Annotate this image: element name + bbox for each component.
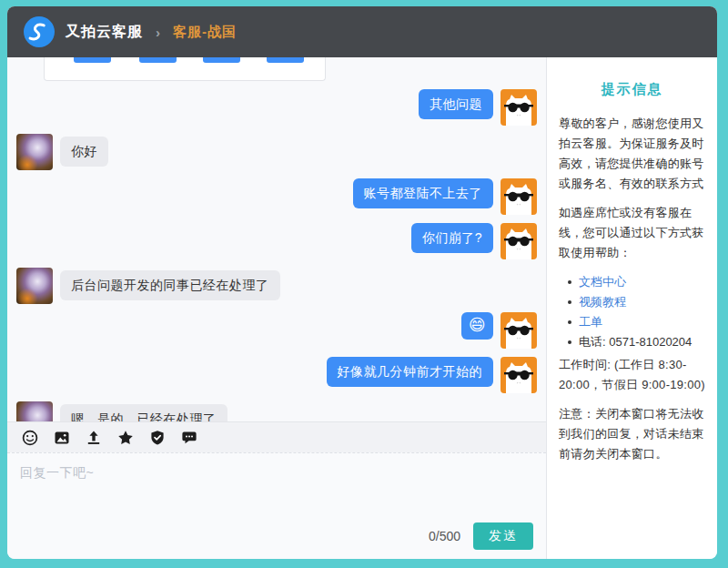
message-row: 其他问题 xyxy=(7,89,546,126)
help-list-item: 视频教程 xyxy=(566,292,705,312)
agent-name: 客服-战国 xyxy=(173,24,237,41)
quick-reply-card xyxy=(44,57,326,81)
agent-avatar xyxy=(16,268,53,304)
star-icon[interactable] xyxy=(116,428,136,448)
message-row: 嗯，是的，已经在处理了 xyxy=(7,401,546,421)
reply-input[interactable] xyxy=(7,453,546,521)
help-list-item: 文档中心 xyxy=(566,272,705,292)
composer: 0/500 发送 xyxy=(7,452,546,559)
phone-number: 电话: 0571-81020204 xyxy=(579,335,692,349)
emoji-icon[interactable] xyxy=(20,428,40,448)
agent-avatar xyxy=(16,134,53,170)
help-list-item: 工单 xyxy=(566,312,705,332)
message-bubble: 你好 xyxy=(60,137,108,167)
message-row: 好像就几分钟前才开始的 xyxy=(7,357,546,393)
message-row: 你们崩了? xyxy=(7,223,546,259)
message-bubble: 你们崩了? xyxy=(411,223,493,253)
char-counter: 0/500 xyxy=(429,529,460,543)
message-row: 你好 xyxy=(7,134,546,170)
message-row: 😄 xyxy=(7,312,546,349)
message-row: 账号都登陆不上去了 xyxy=(7,178,546,215)
quick-reply-button[interactable] xyxy=(203,57,240,63)
help-list-item: 电话: 0571-81020204 xyxy=(566,332,705,352)
message-bubble: 😄 xyxy=(461,312,493,340)
work-hours: 工作时间: (工作日 8:30-20:00，节假日 9:00-19:00) xyxy=(559,355,705,395)
send-button[interactable]: 发送 xyxy=(473,522,533,550)
image-icon[interactable] xyxy=(52,428,72,448)
comment-icon[interactable] xyxy=(179,428,199,448)
upyun-logo-icon xyxy=(24,16,55,47)
message-bubble: 后台问题开发的同事已经在处理了 xyxy=(60,270,280,300)
sidebar-note: 注意：关闭本窗口将无法收到我们的回复，对话未结束前请勿关闭本窗口。 xyxy=(559,404,705,464)
quick-reply-button[interactable] xyxy=(74,57,111,63)
help-links-list: 文档中心视频教程工单电话: 0571-81020204 xyxy=(566,272,705,352)
sidebar-title: 提示信息 xyxy=(559,77,705,101)
user-avatar xyxy=(500,89,537,126)
messages-container: 其他问题你好账号都登陆不上去了你们崩了?后台问题开发的同事已经在处理了😄好像就几… xyxy=(7,89,546,421)
message-bubble: 嗯，是的，已经在处理了 xyxy=(60,404,228,421)
help-link[interactable]: 工单 xyxy=(579,315,602,329)
chevron-right-icon: › xyxy=(156,25,160,40)
sidebar-paragraph: 如遇座席忙或没有客服在线，您可以通过以下方式获取使用帮助： xyxy=(559,203,705,263)
chat-window: 又拍云客服 › 客服-战国 其他问题你好账号都登陆不上去了你们崩了?后台问题开发… xyxy=(7,6,717,559)
user-avatar xyxy=(500,312,537,349)
user-avatar xyxy=(500,178,537,215)
quick-reply-button[interactable] xyxy=(267,57,304,63)
user-avatar xyxy=(500,223,537,259)
titlebar: 又拍云客服 › 客服-战国 xyxy=(7,6,717,57)
agent-avatar xyxy=(16,401,53,421)
composer-footer: 0/500 发送 xyxy=(7,521,546,559)
sidebar-paragraph: 尊敬的客户，感谢您使用又拍云客服。为保证服务及时高效，请您提供准确的账号或服务名… xyxy=(559,114,705,194)
message-row: 后台问题开发的同事已经在处理了 xyxy=(7,268,546,304)
composer-toolbar xyxy=(7,421,546,452)
user-avatar xyxy=(500,357,537,393)
tips-sidebar: 提示信息 尊敬的客户，感谢您使用又拍云客服。为保证服务及时高效，请您提供准确的账… xyxy=(546,57,717,559)
help-link[interactable]: 文档中心 xyxy=(579,275,626,289)
quick-reply-button[interactable] xyxy=(139,57,177,63)
message-bubble: 其他问题 xyxy=(419,89,493,119)
shield-check-icon[interactable] xyxy=(147,428,167,448)
message-bubble: 好像就几分钟前才开始的 xyxy=(327,357,494,387)
chat-column: 其他问题你好账号都登陆不上去了你们崩了?后台问题开发的同事已经在处理了😄好像就几… xyxy=(7,57,546,559)
message-list: 其他问题你好账号都登陆不上去了你们崩了?后台问题开发的同事已经在处理了😄好像就几… xyxy=(7,57,546,421)
main-area: 其他问题你好账号都登陆不上去了你们崩了?后台问题开发的同事已经在处理了😄好像就几… xyxy=(7,57,717,559)
message-bubble: 账号都登陆不上去了 xyxy=(353,178,494,208)
brand-title: 又拍云客服 xyxy=(66,23,143,42)
upload-icon[interactable] xyxy=(84,428,104,448)
help-link[interactable]: 视频教程 xyxy=(579,295,626,309)
